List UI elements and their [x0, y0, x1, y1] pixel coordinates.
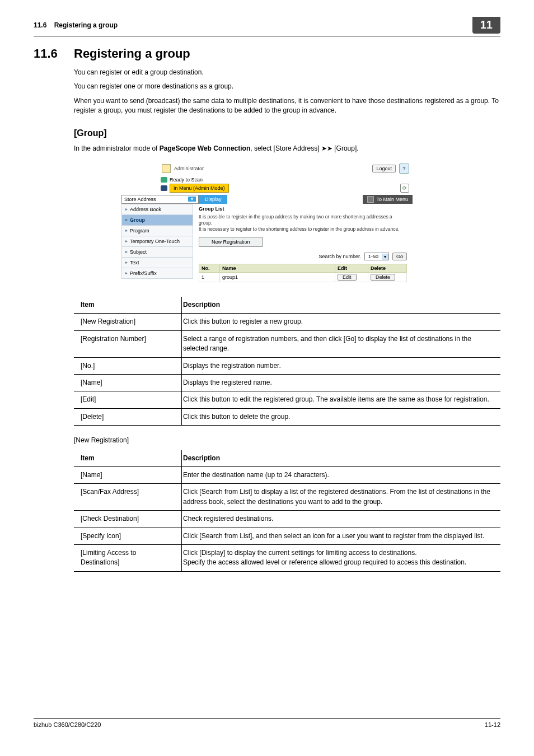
cell-item: [Name] — [74, 375, 182, 391]
chevron-right-icon: ▸ — [125, 228, 128, 233]
cell-item: [Edit] — [74, 391, 182, 408]
cell-desc: Click this button to edit the registered… — [182, 391, 501, 408]
cell-item: [New Registration] — [74, 314, 182, 330]
table2-caption: [New Registration] — [74, 436, 500, 445]
search-by-number-label: Search by number. — [318, 254, 361, 259]
display-button[interactable]: Display — [199, 195, 227, 204]
group-list-desc: It is possible to register in the group … — [199, 214, 407, 232]
cell-item: [Name] — [74, 467, 182, 484]
sidebar-item-address-book[interactable]: ▸ Address Book — [121, 204, 193, 215]
ready-icon — [161, 177, 167, 183]
th-no: No. — [199, 264, 220, 273]
range-select[interactable]: 1-50 ▾ — [364, 253, 389, 260]
delete-button[interactable]: Delete — [371, 274, 395, 281]
th-description: Description — [182, 450, 501, 467]
new-registration-button[interactable]: New Registration — [199, 237, 263, 247]
sidebar-item-label: Group — [130, 217, 145, 223]
menu-mode-icon — [161, 185, 167, 191]
to-main-menu-button[interactable]: To Main Menu — [363, 195, 413, 204]
cell-desc: Click [Search from List], and then selec… — [182, 528, 501, 544]
cell-item: [Limiting Access to Destinations] — [74, 544, 182, 571]
chevron-right-icon: ▸ — [125, 207, 128, 212]
store-address-select[interactable]: Store Address ▾ — [121, 195, 199, 204]
chevron-right-icon: ▸ — [125, 249, 128, 254]
th-name: Name — [220, 264, 335, 273]
footer-right: 11-12 — [485, 721, 500, 728]
section-title: Registering a group — [74, 46, 190, 61]
side-nav: ▸ Address Book ▸ Group ▸ Program ▸ Tempo… — [121, 204, 193, 284]
group-intro: In the administrator mode of PageScope W… — [74, 144, 500, 153]
table-row: [Delete] Click this button to delete the… — [74, 408, 500, 425]
range-select-value: 1-50 — [365, 253, 382, 260]
para-3: When you want to send (broadcast) the sa… — [74, 96, 500, 116]
chevron-right-icon: ▸ — [125, 270, 128, 276]
cell-name: group1 — [220, 273, 335, 282]
sidebar-item-program[interactable]: ▸ Program — [121, 226, 193, 236]
group-intro-pre: In the administrator mode of — [74, 144, 160, 152]
item-description-table-2: Item Description [Name] Enter the destin… — [74, 450, 500, 572]
th-item: Item — [74, 297, 182, 314]
logout-button[interactable]: Logout — [372, 165, 396, 172]
para-1: You can register or edit a group destina… — [74, 68, 500, 77]
table-row: [Scan/Fax Address] Click [Search from Li… — [74, 484, 500, 511]
chevron-down-icon: ▾ — [188, 197, 196, 202]
to-main-menu-label: To Main Menu — [376, 197, 408, 202]
group-intro-bold: PageScope Web Connection — [160, 144, 250, 152]
chevron-down-icon: ▾ — [382, 254, 388, 260]
cell-desc: Displays the registration number. — [182, 357, 501, 374]
table-row: [Specify Icon] Click [Search from List],… — [74, 528, 500, 544]
sidebar-item-text[interactable]: ▸ Text — [121, 258, 193, 268]
th-delete: Delete — [368, 264, 407, 273]
table-row: [Edit] Click this button to edit the reg… — [74, 391, 500, 408]
cell-no: 1 — [199, 273, 220, 282]
help-icon[interactable]: ? — [399, 164, 409, 174]
sidebar-item-prefix-suffix[interactable]: ▸ Prefix/Suffix — [121, 268, 193, 279]
cell-item: [Scan/Fax Address] — [74, 484, 182, 511]
cell-desc: Click [Search from List] to display a li… — [182, 484, 501, 511]
sidebar-item-group[interactable]: ▸ Group — [121, 215, 193, 226]
table-row: 1 group1 Edit Delete — [199, 273, 407, 282]
table-row: [Registration Number] Select a range of … — [74, 330, 500, 357]
chevron-right-icon: ▸ — [125, 260, 128, 265]
to-main-menu-icon — [367, 196, 374, 203]
sidebar-item-subject[interactable]: ▸ Subject — [121, 247, 193, 258]
ready-label: Ready to Scan — [170, 177, 203, 183]
refresh-icon[interactable]: ⟳ — [400, 184, 409, 193]
cell-desc: Click [Display] to display the current s… — [182, 544, 501, 571]
sidebar-item-label: Temporary One-Touch — [130, 239, 180, 244]
header-section-title: Registering a group — [54, 21, 118, 29]
table-row: [No.] Displays the registration number. — [74, 357, 500, 374]
administrator-label: Administrator — [174, 166, 204, 171]
table-row: [New Registration] Click this button to … — [74, 314, 500, 330]
sidebar-item-label: Text — [130, 260, 139, 265]
admin-ui-mock: Administrator Logout ? Ready to Scan In … — [121, 161, 413, 284]
header-section-num: 11.6 — [34, 21, 46, 29]
cell-desc: Enter the destination name (up to 24 cha… — [182, 467, 501, 484]
cell-desc: Select a range of registration numbers, … — [182, 330, 501, 357]
table-row: [Check Destination] Check registered des… — [74, 511, 500, 528]
item-description-table-1: Item Description [New Registration] Clic… — [74, 297, 500, 426]
th-edit: Edit — [335, 264, 368, 273]
table-row: [Name] Enter the destination name (up to… — [74, 467, 500, 484]
chevron-right-icon: ▸ — [125, 217, 128, 222]
table-row: [Limiting Access to Destinations] Click … — [74, 544, 500, 571]
th-description: Description — [182, 297, 501, 314]
chapter-chip: 11 — [472, 17, 500, 34]
sidebar-item-label: Program — [130, 228, 149, 234]
edit-button[interactable]: Edit — [338, 274, 357, 281]
cell-item: [Check Destination] — [74, 511, 182, 528]
sidebar-item-label: Subject — [130, 249, 147, 255]
sidebar-item-temporary-one-touch[interactable]: ▸ Temporary One-Touch — [121, 236, 193, 247]
cell-item: [Delete] — [74, 408, 182, 425]
group-intro-post: , select [Store Address] ➤➤ [Group]. — [250, 144, 358, 152]
sidebar-item-label: Address Book — [130, 207, 161, 212]
cell-desc: Check registered destinations. — [182, 511, 501, 528]
cell-desc: Click this button to register a new grou… — [182, 314, 501, 330]
para-2: You can register one or more destination… — [74, 82, 500, 91]
go-button[interactable]: Go — [392, 253, 407, 260]
cell-item: [No.] — [74, 357, 182, 374]
cell-item: [Specify Icon] — [74, 528, 182, 544]
th-item: Item — [74, 450, 182, 467]
section-number: 11.6 — [34, 46, 58, 61]
cell-desc: Displays the registered name. — [182, 375, 501, 391]
